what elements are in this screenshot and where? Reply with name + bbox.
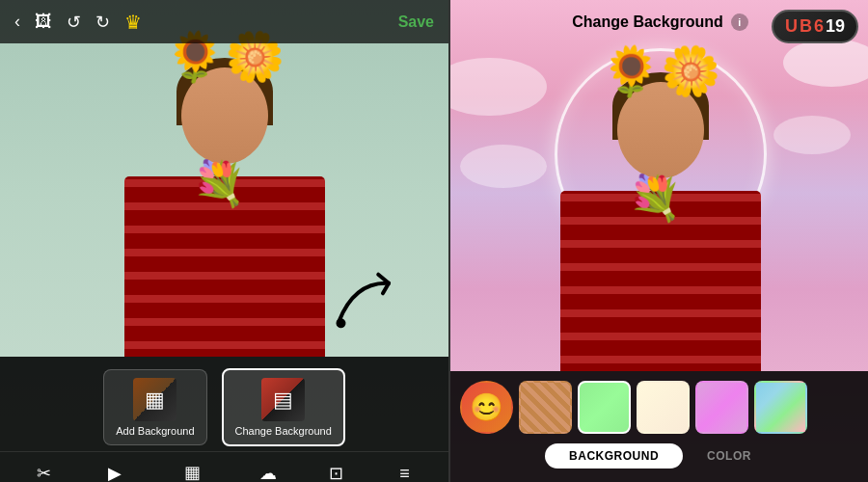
info-icon[interactable]: i bbox=[731, 13, 748, 31]
cutout-tool[interactable]: ✂ Cutout bbox=[17, 457, 70, 482]
tool-icons-row: ✂ Cutout ▶ Animation ▦ Background ☁ Sky bbox=[0, 451, 448, 482]
more-tool[interactable]: ≡ Mo... bbox=[378, 458, 431, 483]
topbar-left-icons: ‹ 🖼 ↺ ↻ ♛ bbox=[14, 11, 142, 34]
smiley-emoji: 😊 bbox=[470, 391, 503, 423]
logo-19: 19 bbox=[826, 16, 845, 37]
save-button[interactable]: Save bbox=[398, 13, 434, 31]
right-title: Change Background bbox=[572, 13, 722, 31]
logo-b: B bbox=[800, 16, 812, 37]
main-container: 🌻🌼 💐 ‹ 🖼 ↺ ↻ ♛ Save bbox=[0, 0, 868, 482]
background-tool[interactable]: ▦ Background bbox=[159, 456, 226, 482]
cutout-icon: ✂ bbox=[37, 463, 51, 482]
thumb-2[interactable] bbox=[578, 381, 631, 434]
change-background-option[interactable]: ▤ Change Background bbox=[222, 368, 345, 446]
person-left: 🌻🌼 💐 bbox=[99, 29, 350, 357]
more-icon: ≡ bbox=[399, 464, 410, 483]
change-background-label: Change Background bbox=[235, 425, 332, 437]
svg-point-0 bbox=[336, 318, 346, 329]
blending-icon: ⊡ bbox=[329, 463, 343, 482]
sky-icon: ☁ bbox=[259, 463, 277, 482]
thumbnail-strip: 😊 bbox=[450, 371, 868, 440]
cloud-left2 bbox=[460, 145, 547, 188]
background-tab[interactable]: BACKGROUND bbox=[545, 443, 683, 469]
animation-icon: ▶ bbox=[108, 463, 122, 482]
thumb-1[interactable] bbox=[519, 381, 572, 434]
arrow-overlay bbox=[324, 256, 428, 354]
thumb-3[interactable] bbox=[637, 381, 690, 434]
image-icon[interactable]: 🖼 bbox=[35, 12, 52, 32]
left-image-area: 🌻🌼 💐 ‹ 🖼 ↺ ↻ ♛ Save bbox=[0, 0, 448, 482]
background-icon: ▦ bbox=[184, 462, 201, 482]
add-background-option[interactable]: ▦ Add Background bbox=[103, 369, 206, 445]
bottom-tools-left: ▦ Add Background ▤ Change Background ✂ bbox=[0, 357, 448, 482]
logo-badge: U B 6 19 bbox=[772, 10, 858, 43]
topbar-left: ‹ 🖼 ↺ ↻ ♛ Save bbox=[0, 0, 448, 43]
sky-tool[interactable]: ☁ Sky bbox=[241, 457, 294, 482]
redo-button[interactable]: ↻ bbox=[95, 12, 110, 33]
info-icon-text: i bbox=[738, 16, 741, 28]
change-bg-icon: ▤ bbox=[261, 378, 305, 421]
bottom-right: 😊 BACKGROUND COLOR bbox=[450, 371, 868, 482]
color-tab[interactable]: COLOR bbox=[683, 443, 775, 469]
logo-6: 6 bbox=[814, 16, 824, 37]
blending-tool[interactable]: ⊡ Blending bbox=[310, 457, 363, 482]
thumb-smiley[interactable]: 😊 bbox=[460, 381, 513, 434]
phone-left: 🌻🌼 💐 ‹ 🖼 ↺ ↻ ♛ Save bbox=[0, 0, 448, 482]
add-bg-icon: ▦ bbox=[133, 378, 176, 421]
bottom-tabs-right: BACKGROUND COLOR bbox=[450, 440, 868, 472]
animation-tool[interactable]: ▶ Animation bbox=[86, 457, 144, 482]
thumb-5[interactable] bbox=[754, 381, 807, 434]
cloud-left bbox=[450, 58, 547, 116]
flowers-front: 💐 bbox=[192, 158, 246, 209]
flowers-front-right: 💐 bbox=[628, 173, 682, 224]
add-background-label: Add Background bbox=[116, 425, 194, 437]
thumb-4[interactable] bbox=[695, 381, 748, 434]
back-button[interactable]: ‹ bbox=[14, 12, 20, 32]
crown-icon: ♛ bbox=[124, 11, 142, 34]
flowers-top-right: 🌻🌼 bbox=[564, 43, 757, 99]
tool-options: ▦ Add Background ▤ Change Background bbox=[0, 357, 448, 451]
person-right: 🌻🌼 💐 bbox=[535, 43, 786, 371]
phone-right: 🌻🌼 💐 Change Background i 😊 bbox=[450, 0, 868, 482]
logo-u: U bbox=[785, 16, 798, 37]
cloud-right bbox=[783, 39, 868, 87]
undo-button[interactable]: ↺ bbox=[67, 12, 81, 33]
right-image-area: 🌻🌼 💐 Change Background i 😊 bbox=[450, 0, 868, 482]
